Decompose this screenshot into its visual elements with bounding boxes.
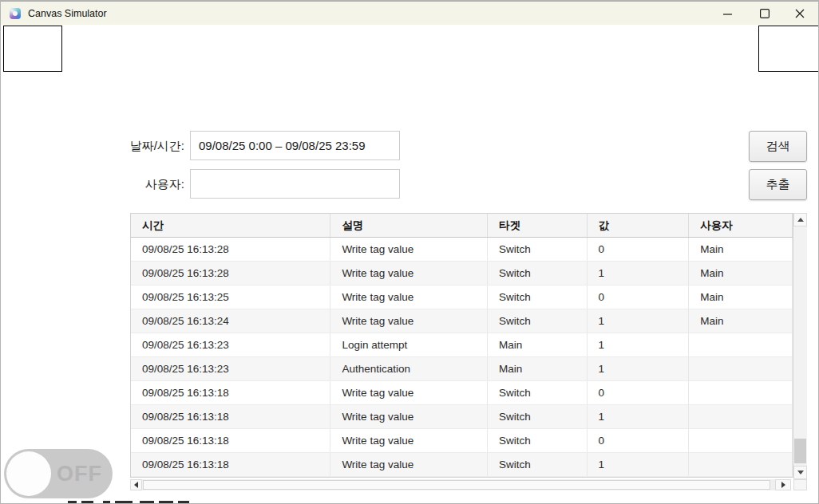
canvas-box-right[interactable] bbox=[758, 26, 819, 72]
table-cell: 0 bbox=[588, 238, 690, 261]
maximize-button[interactable] bbox=[746, 2, 783, 26]
table-cell bbox=[689, 405, 793, 428]
table-cell: 1 bbox=[588, 405, 690, 428]
canvas-box-left[interactable] bbox=[3, 26, 62, 72]
table-cell: 1 bbox=[588, 309, 690, 333]
table-row[interactable]: 09/08/25 16:13:24Write tag valueSwitch1M… bbox=[131, 309, 793, 333]
table-cell: 09/08/25 16:13:23 bbox=[131, 333, 330, 356]
minimize-icon bbox=[723, 10, 732, 18]
table-cell: 1 bbox=[588, 453, 690, 476]
table-cell: Login attempt bbox=[330, 333, 488, 356]
power-toggle[interactable]: OFF bbox=[4, 449, 113, 498]
column-header[interactable]: 설명 bbox=[330, 214, 488, 237]
table-cell: Write tag value bbox=[330, 453, 488, 476]
user-label: 사용자: bbox=[81, 169, 184, 199]
table-row[interactable]: 09/08/25 16:13:23AuthenticationMain1 bbox=[131, 357, 793, 381]
vertical-scrollbar[interactable] bbox=[793, 213, 807, 479]
app-window: Canvas Simulator 날짜/시간: 사용자: 검색 추출 시간설명타… bbox=[0, 0, 819, 504]
table-row[interactable]: 09/08/25 16:13:28Write tag valueSwitch0M… bbox=[131, 238, 793, 262]
table-cell: Switch bbox=[488, 429, 588, 452]
column-header[interactable]: 시간 bbox=[131, 214, 330, 237]
close-button[interactable] bbox=[781, 2, 818, 26]
table-header: 시간설명타겟값사용자 bbox=[131, 214, 793, 238]
title-bar: Canvas Simulator bbox=[1, 1, 818, 25]
table-cell bbox=[689, 429, 793, 452]
table-cell: Write tag value bbox=[330, 309, 488, 333]
table-cell: Switch bbox=[488, 453, 588, 476]
datetime-range-input[interactable] bbox=[190, 131, 400, 160]
table-cell: 09/08/25 16:13:28 bbox=[131, 238, 330, 261]
table-cell: Authentication bbox=[330, 357, 488, 380]
table-cell: 1 bbox=[588, 333, 690, 356]
table-cell bbox=[689, 453, 793, 476]
arrow-left-icon bbox=[134, 482, 138, 488]
table-cell: 0 bbox=[588, 381, 690, 404]
table-row[interactable]: 09/08/25 16:13:18Write tag valueSwitch1 bbox=[131, 453, 793, 477]
clipped-bottom-text bbox=[68, 501, 189, 504]
log-table: 시간설명타겟값사용자 09/08/25 16:13:28Write tag va… bbox=[130, 213, 807, 490]
table-cell: 1 bbox=[588, 262, 690, 285]
scroll-left-button[interactable] bbox=[130, 479, 142, 490]
app-icon bbox=[10, 8, 21, 19]
close-icon bbox=[795, 9, 805, 18]
toggle-knob[interactable] bbox=[6, 451, 51, 496]
arrow-down-icon bbox=[797, 471, 804, 474]
table-cell: 09/08/25 16:13:28 bbox=[131, 262, 330, 285]
column-header[interactable]: 값 bbox=[588, 214, 690, 237]
arrow-up-icon bbox=[797, 218, 804, 222]
table-cell: Main bbox=[689, 238, 793, 261]
scroll-right-button[interactable] bbox=[775, 479, 791, 490]
table-cell: Switch bbox=[488, 262, 588, 285]
table-cell: 0 bbox=[588, 285, 690, 309]
scroll-down-button[interactable] bbox=[793, 466, 807, 479]
table-cell: 09/08/25 16:13:23 bbox=[131, 357, 330, 380]
table-row[interactable]: 09/08/25 16:13:18Write tag valueSwitch0 bbox=[131, 429, 793, 453]
table-cell: Switch bbox=[488, 381, 588, 404]
maximize-icon bbox=[760, 9, 770, 18]
table-cell: Write tag value bbox=[330, 429, 488, 452]
table-cell: Write tag value bbox=[330, 285, 488, 309]
horizontal-scrollbar[interactable] bbox=[130, 479, 791, 490]
toggle-state-label: OFF bbox=[57, 462, 102, 486]
table-cell: 1 bbox=[588, 357, 690, 380]
minimize-button[interactable] bbox=[709, 2, 746, 26]
table-cell: Main bbox=[488, 333, 588, 356]
table-row[interactable]: 09/08/25 16:13:18Write tag valueSwitch0 bbox=[131, 381, 793, 405]
arrow-right-icon bbox=[781, 482, 785, 488]
table-row[interactable]: 09/08/25 16:13:23Login attemptMain1 bbox=[131, 333, 793, 357]
table-cell: Write tag value bbox=[330, 381, 488, 404]
table-cell bbox=[689, 333, 793, 356]
horizontal-scroll-thumb[interactable] bbox=[143, 480, 770, 490]
scrollbar-corner bbox=[793, 479, 807, 490]
table-cell: 09/08/25 16:13:18 bbox=[131, 405, 330, 428]
scroll-up-button[interactable] bbox=[793, 213, 807, 226]
table-row[interactable]: 09/08/25 16:13:25Write tag valueSwitch0M… bbox=[131, 285, 793, 309]
table-row[interactable]: 09/08/25 16:13:28Write tag valueSwitch1M… bbox=[131, 262, 793, 285]
datetime-label: 날짜/시간: bbox=[81, 131, 184, 160]
table-cell: Switch bbox=[488, 309, 588, 333]
table-cell: Write tag value bbox=[330, 238, 488, 261]
vertical-scroll-thumb[interactable] bbox=[794, 439, 806, 463]
user-input[interactable] bbox=[190, 169, 400, 199]
search-button[interactable]: 검색 bbox=[749, 131, 807, 162]
table-cell: 09/08/25 16:13:25 bbox=[131, 285, 330, 309]
table-cell: 0 bbox=[588, 429, 690, 452]
table-cell: 09/08/25 16:13:18 bbox=[131, 453, 330, 476]
table-cell bbox=[689, 357, 793, 380]
table-cell: Main bbox=[689, 309, 793, 333]
table-cell: Main bbox=[488, 357, 588, 380]
table-cell: Switch bbox=[488, 285, 588, 309]
column-header[interactable]: 사용자 bbox=[689, 214, 793, 237]
table-cell: 09/08/25 16:13:24 bbox=[131, 309, 330, 333]
table-row[interactable]: 09/08/25 16:13:18Write tag valueSwitch1 bbox=[131, 405, 793, 429]
table-cell: 09/08/25 16:13:18 bbox=[131, 381, 330, 404]
column-header[interactable]: 타겟 bbox=[488, 214, 588, 237]
table-cell: Switch bbox=[488, 238, 588, 261]
table-cell: Main bbox=[689, 262, 793, 285]
table-cell: Write tag value bbox=[330, 405, 488, 428]
table-cell: 09/08/25 16:13:18 bbox=[131, 429, 330, 452]
log-grid: 시간설명타겟값사용자 09/08/25 16:13:28Write tag va… bbox=[130, 213, 793, 478]
table-body: 09/08/25 16:13:28Write tag valueSwitch0M… bbox=[131, 238, 793, 477]
extract-button[interactable]: 추출 bbox=[749, 169, 807, 200]
table-cell: Write tag value bbox=[330, 262, 488, 285]
